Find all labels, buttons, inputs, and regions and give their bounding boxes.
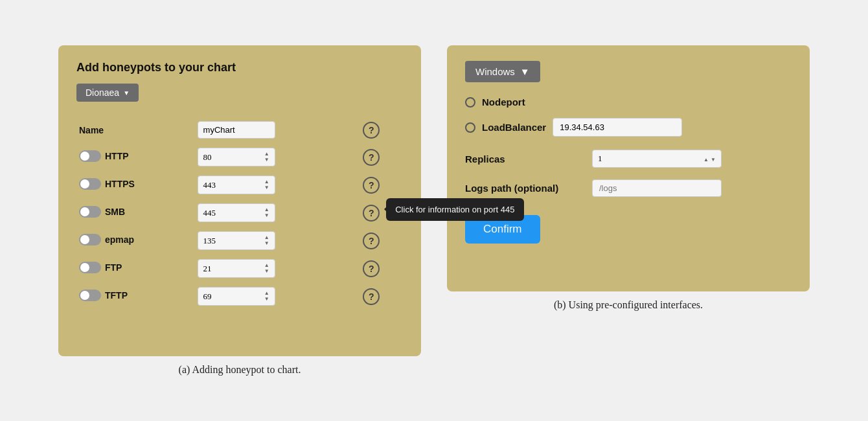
name-row: Name ? bbox=[76, 120, 403, 140]
http-toggle-switch[interactable] bbox=[79, 150, 101, 162]
figure-a: Add honeypots to your chart Dionaea ▼ Na… bbox=[58, 45, 421, 376]
ftp-label: FTP bbox=[105, 262, 122, 273]
dionaea-dropdown[interactable]: Dionaea ▼ bbox=[76, 84, 139, 102]
loadbalancer-ip-input[interactable] bbox=[553, 118, 682, 137]
tftp-row: TFTP 69 ▲ ▼ ? bbox=[76, 286, 403, 307]
epmap-up-icon[interactable]: ▲ bbox=[264, 235, 269, 240]
caption-b: (b) Using pre-configured interfaces. bbox=[554, 299, 703, 311]
ftp-down-icon[interactable]: ▼ bbox=[264, 269, 269, 274]
name-label: Name bbox=[76, 120, 195, 140]
tftp-toggle-cell: TFTP bbox=[76, 286, 195, 307]
logs-path-input[interactable] bbox=[592, 179, 722, 197]
ftp-port-cell: 21 ▲ ▼ bbox=[195, 258, 361, 279]
dionaea-label: Dionaea bbox=[86, 87, 119, 98]
ftp-toggle-switch[interactable] bbox=[79, 262, 101, 273]
name-input[interactable] bbox=[198, 121, 275, 139]
https-toggle-switch[interactable] bbox=[79, 178, 101, 190]
http-label: HTTP bbox=[105, 151, 129, 161]
epmap-down-icon[interactable]: ▼ bbox=[264, 241, 269, 246]
http-toggle[interactable]: HTTP bbox=[79, 150, 129, 162]
figure-b: Windows ▼ Nodeport LoadBalancer Replicas… bbox=[447, 45, 810, 311]
tftp-port-input[interactable]: 69 ▲ ▼ bbox=[198, 287, 275, 306]
http-port-value: 80 bbox=[203, 152, 212, 163]
replicas-down-icon[interactable]: ▼ bbox=[711, 157, 716, 163]
ftp-toggle-cell: FTP bbox=[76, 258, 195, 279]
smb-port-value: 445 bbox=[203, 208, 216, 218]
http-port-spinners: ▲ ▼ bbox=[264, 152, 269, 163]
epmap-row: epmap 135 ▲ ▼ ? bbox=[76, 230, 403, 251]
https-port-input[interactable]: 443 ▲ ▼ bbox=[198, 176, 275, 194]
smb-toggle-switch[interactable] bbox=[79, 206, 101, 218]
https-up-icon[interactable]: ▲ bbox=[264, 179, 269, 185]
name-input-cell bbox=[195, 120, 361, 140]
https-port-spinners: ▲ ▼ bbox=[264, 179, 269, 190]
epmap-port-cell: 135 ▲ ▼ bbox=[195, 230, 361, 251]
honeypot-form-table: Name ? HTTP bbox=[76, 113, 403, 313]
smb-label: SMB bbox=[105, 207, 125, 217]
ftp-row: FTP 21 ▲ ▼ ? bbox=[76, 258, 403, 279]
confirm-button[interactable]: Confirm bbox=[465, 215, 540, 244]
https-port-cell: 443 ▲ ▼ bbox=[195, 174, 361, 196]
https-toggle[interactable]: HTTPS bbox=[79, 178, 135, 190]
epmap-help-button[interactable]: ? bbox=[363, 233, 380, 249]
replicas-value: 1 bbox=[598, 154, 602, 164]
nodeport-row: Nodeport bbox=[465, 97, 792, 108]
http-down-icon[interactable]: ▼ bbox=[264, 157, 269, 163]
smb-port-input[interactable]: 445 ▲ ▼ bbox=[198, 203, 275, 222]
smb-toggle[interactable]: SMB bbox=[79, 206, 125, 218]
tftp-port-cell: 69 ▲ ▼ bbox=[195, 286, 361, 307]
http-port-input[interactable]: 80 ▲ ▼ bbox=[198, 148, 275, 166]
replicas-spinners: ▲ ▼ bbox=[703, 154, 716, 164]
name-help-cell: ? bbox=[360, 120, 403, 140]
ftp-port-input[interactable]: 21 ▲ ▼ bbox=[198, 259, 275, 278]
smb-up-icon[interactable]: ▲ bbox=[264, 207, 269, 212]
ftp-port-spinners: ▲ ▼ bbox=[264, 263, 269, 274]
smb-port-cell: 445 ▲ ▼ bbox=[195, 202, 361, 223]
https-toggle-cell: HTTPS bbox=[76, 174, 195, 196]
panel-a-title: Add honeypots to your chart bbox=[76, 61, 403, 74]
ftp-port-value: 21 bbox=[203, 264, 212, 274]
epmap-port-input[interactable]: 135 ▲ ▼ bbox=[198, 231, 275, 250]
smb-port-spinners: ▲ ▼ bbox=[264, 207, 269, 218]
http-port-cell: 80 ▲ ▼ bbox=[195, 146, 361, 168]
panel-a: Add honeypots to your chart Dionaea ▼ Na… bbox=[58, 45, 421, 356]
smb-down-icon[interactable]: ▼ bbox=[264, 213, 269, 218]
smb-toggle-cell: SMB bbox=[76, 202, 195, 223]
windows-label: Windows bbox=[475, 66, 515, 77]
logs-label: Logs path (optional) bbox=[465, 183, 582, 194]
epmap-toggle-switch[interactable] bbox=[79, 234, 101, 245]
replicas-up-icon[interactable]: ▲ bbox=[703, 157, 709, 163]
tftp-help-button[interactable]: ? bbox=[363, 288, 380, 305]
replicas-row: Replicas 1 ▲ ▼ bbox=[465, 150, 792, 168]
name-help-button[interactable]: ? bbox=[363, 122, 380, 139]
loadbalancer-row: LoadBalancer bbox=[465, 118, 792, 137]
http-up-icon[interactable]: ▲ bbox=[264, 152, 269, 157]
tftp-toggle-switch[interactable] bbox=[79, 290, 101, 301]
smb-row: SMB 445 ▲ ▼ ? bbox=[76, 202, 403, 223]
loadbalancer-radio[interactable] bbox=[465, 122, 475, 133]
tftp-toggle[interactable]: TFTP bbox=[79, 290, 128, 301]
epmap-toggle[interactable]: epmap bbox=[79, 234, 134, 245]
https-help-button[interactable]: ? bbox=[363, 177, 380, 194]
epmap-port-value: 135 bbox=[203, 236, 216, 246]
http-help-button[interactable]: ? bbox=[363, 149, 380, 166]
tftp-up-icon[interactable]: ▲ bbox=[264, 291, 269, 296]
nodeport-radio[interactable] bbox=[465, 97, 475, 108]
dropdown-arrow-icon: ▼ bbox=[123, 89, 130, 97]
windows-dropdown[interactable]: Windows ▼ bbox=[465, 61, 540, 82]
ftp-help-button[interactable]: ? bbox=[363, 260, 380, 277]
http-toggle-cell: HTTP bbox=[76, 146, 195, 168]
epmap-label: epmap bbox=[105, 234, 134, 245]
https-down-icon[interactable]: ▼ bbox=[264, 185, 269, 190]
tftp-label: TFTP bbox=[105, 290, 128, 301]
loadbalancer-label: LoadBalancer bbox=[482, 122, 546, 133]
windows-arrow-icon: ▼ bbox=[520, 66, 530, 77]
ftp-toggle[interactable]: FTP bbox=[79, 262, 122, 273]
replicas-input[interactable]: 1 ▲ ▼ bbox=[592, 150, 722, 168]
tftp-down-icon[interactable]: ▼ bbox=[264, 297, 269, 302]
https-row: HTTPS 443 ▲ ▼ ? bbox=[76, 174, 403, 196]
https-port-value: 443 bbox=[203, 180, 216, 190]
smb-help-container: ? Click for information on port 445 bbox=[363, 205, 380, 222]
ftp-up-icon[interactable]: ▲ bbox=[264, 263, 269, 268]
smb-help-button[interactable]: ? bbox=[363, 205, 380, 222]
